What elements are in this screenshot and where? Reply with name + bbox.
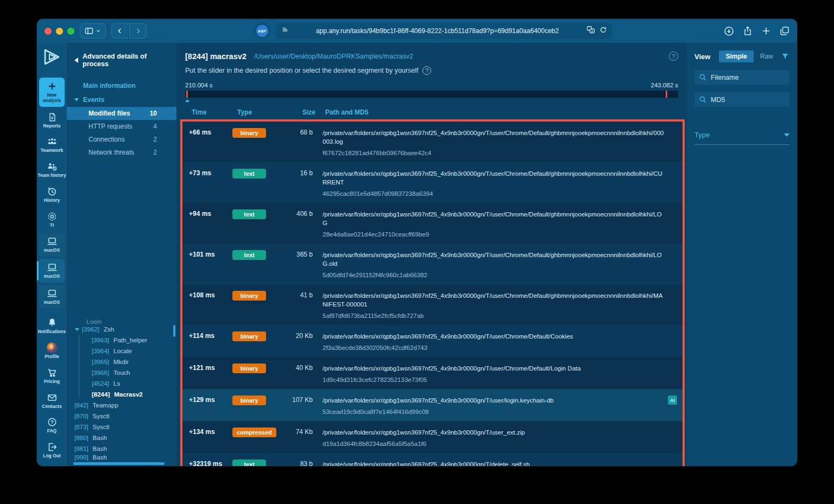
modified-file-row[interactable]: +108 ms binary 41 b /private/var/folders… — [182, 284, 683, 325]
event-category-item[interactable]: HTTP requests 4 — [67, 120, 176, 133]
new-tab-icon[interactable] — [761, 26, 771, 36]
back-arrow-icon[interactable] — [74, 58, 78, 63]
view-toggle-option[interactable]: Simple — [719, 50, 753, 62]
sidebar-item[interactable]: Log Out — [37, 438, 67, 463]
sidebar-item[interactable]: Teamwork — [37, 132, 67, 157]
sidebar-item[interactable]: macOS — [39, 259, 65, 283]
people-clock-icon — [47, 161, 58, 172]
process-tree-item[interactable]: [3963] Path_helper — [67, 335, 176, 346]
reload-icon[interactable] — [599, 26, 607, 36]
sidebar-toggle-button[interactable] — [80, 23, 106, 39]
bell-icon — [47, 317, 58, 328]
row-md5: 5af87dfd673ba2115e2fcf5cfdb727ab — [323, 312, 666, 319]
sidebar-item[interactable]: New analysis — [39, 78, 65, 107]
process-tree-item[interactable]: [873] Sysctl — [67, 422, 176, 432]
sidebar-item[interactable]: History — [37, 182, 67, 207]
event-category-item[interactable]: Modified files 10 — [67, 107, 176, 120]
md5-search-input[interactable] — [694, 92, 789, 107]
process-tree-item[interactable]: [842] Teamapp — [67, 400, 176, 411]
minimize-button[interactable] — [56, 28, 63, 35]
process-tree-item[interactable]: [880] Bash — [67, 432, 176, 443]
process-tree-item[interactable]: [4524] Ls — [67, 378, 176, 389]
process-tree-item[interactable]: [881] Bash — [67, 443, 176, 454]
sidebar-item[interactable]: Contacts — [37, 388, 67, 413]
sidebar-item[interactable]: Reports — [37, 108, 67, 133]
sidebar-item-label: Log Out — [43, 454, 61, 459]
process-name: Sysctl — [93, 413, 110, 419]
row-md5: 46295cac801e5d4857d09837238a6394 — [323, 190, 666, 197]
panel-header[interactable]: Advanced details of process — [67, 43, 176, 76]
timeline-track[interactable] — [185, 91, 678, 98]
process-tree-item[interactable]: [8244] Macrasv2 — [67, 389, 176, 400]
sidebar-item[interactable]: ? FAQ — [37, 413, 67, 438]
file-type-badge: binary — [232, 363, 266, 373]
back-button[interactable] — [111, 23, 128, 39]
sidebar-item[interactable]: Pricing — [37, 363, 67, 388]
tab-overview-icon[interactable] — [780, 26, 789, 36]
process-tree-item[interactable]: [3964] Locale — [67, 346, 176, 356]
modified-file-row[interactable]: +101 ms text 365 b /private/var/folders/… — [182, 244, 683, 284]
tree-expander-icon[interactable] — [75, 328, 79, 331]
translate-icon[interactable]: ★ — [586, 25, 595, 36]
timeline-caret-icon[interactable] — [185, 99, 189, 102]
process-tree-item[interactable]: [3962] Zsh — [67, 324, 176, 335]
close-button[interactable] — [45, 28, 52, 35]
sidebar-item[interactable]: macOS — [39, 285, 65, 309]
sidebar-item-label: Teamwork — [41, 148, 63, 154]
reader-mode-icon[interactable] — [281, 26, 289, 36]
timeline-slider[interactable]: 210.004 s 243.082 s — [185, 82, 678, 102]
row-path: /private/var/folders/xr/qpbg1wsn3697nf25… — [323, 363, 666, 373]
modified-file-row[interactable]: +129 ms binary 107 Kb /private/var/folde… — [182, 389, 683, 421]
row-path: /private/var/folders/xr/qpbg1wsn3697nf25… — [323, 168, 666, 187]
event-category-label: Connections — [89, 136, 125, 143]
process-tree-item[interactable]: [3966] Touch — [67, 367, 176, 378]
process-pid: [8244] — [92, 391, 110, 398]
row-time: +32319 ms — [189, 459, 229, 466]
filename-search-input[interactable] — [694, 70, 789, 85]
downloads-icon[interactable] — [724, 26, 734, 36]
view-label: View — [694, 53, 710, 61]
modified-file-row[interactable]: +114 ms binary 20 Kb /private/var/folder… — [182, 325, 683, 357]
sidebar-item[interactable]: TI — [37, 207, 67, 232]
modified-file-row[interactable]: +73 ms text 16 b /private/var/folders/xr… — [182, 162, 683, 203]
plus-icon — [47, 81, 58, 92]
forward-button[interactable] — [129, 23, 147, 39]
type-filter-dropdown[interactable]: Type — [694, 131, 789, 145]
modified-file-row[interactable]: +66 ms binary 68 b /private/var/folders/… — [182, 122, 683, 162]
modified-file-row[interactable]: +32319 ms text 83 b /private/var/folders… — [182, 453, 683, 466]
timeline-start-marker[interactable] — [186, 91, 188, 98]
process-tree-item[interactable]: [990] Bash — [67, 454, 176, 461]
sidebar-item[interactable]: macOS — [39, 233, 65, 257]
event-category-item[interactable]: Connections 2 — [67, 133, 176, 146]
process-tree-item[interactable]: [870] Sysctl — [67, 411, 176, 422]
event-category-item[interactable]: Network threats 2 — [67, 146, 176, 159]
main-information-link[interactable]: Main information — [83, 79, 176, 93]
filter-funnel-icon[interactable] — [781, 52, 789, 61]
modified-file-row[interactable]: +134 ms compressed 74 Kb /private/var/fo… — [182, 421, 683, 453]
modified-file-row[interactable]: +121 ms binary 40 Kb /private/var/folder… — [182, 357, 683, 389]
sidebar-item[interactable]: Profile — [37, 339, 67, 363]
zoom-button[interactable] — [67, 28, 74, 35]
timeline-end-marker[interactable] — [666, 91, 667, 98]
anyrun-logo[interactable] — [42, 48, 62, 68]
sidebar-item[interactable]: Team history — [37, 157, 67, 182]
tree-horizontal-scrollbar[interactable] — [73, 462, 165, 465]
row-time: +134 ms — [189, 427, 229, 447]
process-tree-item[interactable]: Login — [67, 319, 176, 324]
tree-vertical-scrollbar[interactable] — [173, 325, 175, 337]
events-section-toggle[interactable]: Events — [74, 93, 176, 107]
extension-button[interactable]: ABP — [254, 23, 270, 39]
process-tree-item[interactable]: [3965] Mkdir — [67, 356, 176, 367]
view-toggle-option[interactable]: Raw — [754, 50, 780, 62]
help-icon[interactable]: ? — [669, 52, 678, 61]
share-icon[interactable] — [743, 26, 753, 36]
file-type-badge: text — [232, 250, 266, 260]
slider-hint-text: Put the slider in the desired position o… — [185, 67, 418, 74]
event-category-label: Modified files — [89, 110, 130, 117]
row-time: +101 ms — [189, 250, 229, 278]
modified-file-row[interactable]: +94 ms text 406 b /private/var/folders/x… — [182, 203, 683, 244]
sidebar-item[interactable]: Notifications — [37, 314, 67, 339]
hint-help-icon[interactable]: ? — [422, 66, 431, 75]
address-bar[interactable]: app.any.run/tasks/94b9bc1f-86ff-4069-822… — [276, 23, 612, 39]
ai-badge[interactable]: AI — [668, 395, 677, 405]
